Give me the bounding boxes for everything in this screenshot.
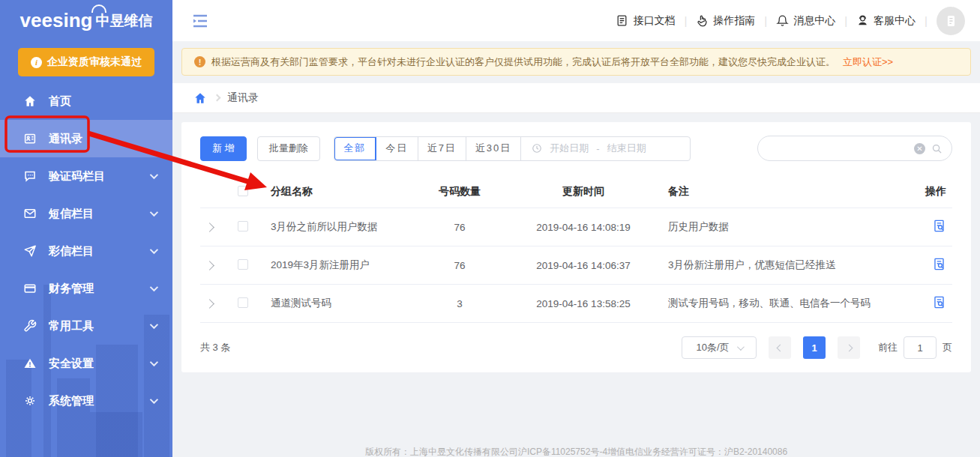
top-header: 接口文档 | 操作指南 | 消息中心 | 客服中心 |: [172, 0, 980, 41]
filter-tab-30days[interactable]: 近30日: [466, 137, 521, 160]
sidebar-menu: 首页 通讯录 验证码栏目 短信栏目: [0, 82, 172, 420]
nav-divider: |: [844, 14, 847, 27]
sidebar-item-label: 常用工具: [49, 319, 150, 333]
page-size-select[interactable]: 10条/页: [682, 336, 757, 359]
chat-bubble-icon: [22, 169, 37, 184]
sidebar-item-home[interactable]: 首页: [0, 82, 172, 120]
table-row: 2019年3月新注册用户 76 2019-04-16 14:06:37 3月份新…: [200, 246, 952, 285]
sidebar-item-tools[interactable]: 常用工具: [0, 307, 172, 345]
row-checkbox[interactable]: [238, 221, 248, 231]
breadcrumb-current: 通讯录: [227, 91, 259, 105]
collapse-menu-icon[interactable]: [191, 13, 209, 29]
select-all-checkbox[interactable]: [238, 186, 248, 196]
filter-tab-7days[interactable]: 近7日: [418, 137, 466, 160]
view-detail-icon[interactable]: [932, 262, 946, 273]
pagination-controls: 10条/页 1 前往 页: [682, 336, 952, 359]
main-area: 接口文档 | 操作指南 | 消息中心 | 客服中心 |: [172, 0, 980, 457]
total-count: 共 3 条: [200, 341, 230, 354]
number-count: 3: [415, 285, 505, 323]
filter-tab-all[interactable]: 全部: [334, 137, 376, 160]
top-nav: 接口文档 | 操作指南 | 消息中心 | 客服中心 |: [616, 7, 965, 35]
prev-page-button[interactable]: [769, 336, 791, 359]
goto-page-input[interactable]: [904, 336, 937, 359]
qualification-alert-label: 企业资质审核未通过: [47, 55, 142, 69]
page-number-1[interactable]: 1: [803, 336, 826, 359]
banner-text: 根据运营商及有关部门监管要求，平台针对未进行企业认证的客户仅提供试用功能，完成认…: [211, 55, 835, 69]
sidebar-item-sms[interactable]: 短信栏目: [0, 195, 172, 232]
filter-tab-today[interactable]: 今日: [376, 137, 418, 160]
signal-arc-icon: [91, 4, 106, 13]
expand-row-icon[interactable]: [205, 261, 214, 270]
bell-icon: [776, 14, 789, 27]
view-detail-icon[interactable]: [932, 300, 946, 312]
sidebar-item-label: 系统管理: [49, 394, 150, 408]
breadcrumb-chevron-icon: [214, 94, 221, 102]
sidebar-item-mms[interactable]: 彩信栏目: [0, 232, 172, 270]
contacts-icon: [22, 131, 37, 146]
nav-label: 消息中心: [793, 14, 835, 28]
row-checkbox[interactable]: [238, 297, 248, 308]
brand-name-cn: 中昱维信: [95, 11, 152, 31]
nav-divider: |: [684, 14, 687, 27]
avatar-building-icon: [943, 13, 958, 28]
qualification-alert-button[interactable]: i 企业资质审核未通过: [18, 48, 154, 76]
chevron-down-icon: [736, 343, 744, 351]
hand-pointer-icon: [696, 14, 709, 27]
group-name: 3月份之前所以用户数据: [271, 219, 385, 235]
sidebar-item-label: 安全设置: [49, 357, 150, 371]
api-doc-icon: [616, 14, 628, 27]
table-header-row: 分组名称 号码数量 更新时间 备注 操作: [200, 176, 952, 208]
view-detail-icon[interactable]: [932, 224, 946, 235]
footer-text: 版权所有：上海中昱文化传播有限公司沪ICP备11025752号-4增值电信业务经…: [365, 447, 787, 457]
remark: 3月份新注册用户，优惠短信已经推送: [662, 246, 911, 285]
sidebar-item-label: 通讯录: [49, 132, 156, 146]
nav-label: 操作指南: [713, 14, 755, 28]
user-avatar[interactable]: [937, 7, 965, 35]
chevron-down-icon: [150, 283, 158, 291]
sidebar-item-finance[interactable]: 财务管理: [0, 270, 172, 307]
table-row: 通道测试号码 3 2019-04-16 13:58:25 测试专用号码，移动、联…: [200, 285, 952, 323]
remark: 历史用户数据: [662, 208, 911, 246]
update-time: 2019-04-16 14:06:37: [505, 246, 662, 285]
nav-messages[interactable]: 消息中心: [776, 14, 835, 28]
chevron-down-icon: [150, 246, 158, 254]
date-separator: -: [596, 143, 599, 154]
sidebar-item-system[interactable]: 系统管理: [0, 382, 172, 420]
page-unit-label: 页: [943, 341, 952, 354]
wrench-icon: [22, 318, 37, 333]
date-start-placeholder: 开始日期: [550, 142, 589, 155]
sidebar-item-captcha[interactable]: 验证码栏目: [0, 157, 172, 195]
certify-now-link[interactable]: 立即认证>>: [843, 55, 893, 69]
breadcrumb-home-icon[interactable]: [193, 91, 207, 105]
nav-customer-service[interactable]: 客服中心: [856, 14, 916, 28]
next-page-button[interactable]: [838, 336, 860, 359]
nav-divider: |: [764, 14, 767, 27]
clear-search-icon[interactable]: ✕: [914, 143, 925, 154]
col-remark: 备注: [662, 176, 911, 208]
remark: 测试专用号码，移动、联通、电信各一个号码: [662, 285, 911, 323]
contacts-table: 分组名称 号码数量 更新时间 备注 操作 3月份之前所以用户数据 76: [200, 176, 952, 323]
brand-name-en: veesing: [20, 9, 93, 32]
date-range-picker[interactable]: 开始日期 - 结束日期: [521, 137, 690, 160]
envelope-icon: [22, 206, 37, 221]
nav-api-docs[interactable]: 接口文档: [616, 14, 675, 28]
nav-label: 客服中心: [874, 14, 916, 28]
app-window: veesing 中昱维信 i 企业资质审核未通过 首页 通讯录: [0, 0, 980, 457]
group-name: 2019年3月新注册用户: [271, 257, 385, 273]
batch-delete-button[interactable]: 批量删除: [257, 136, 320, 161]
paper-plane-icon: [22, 243, 37, 258]
nav-guide[interactable]: 操作指南: [696, 14, 755, 28]
breadcrumb: 通讯录: [172, 83, 980, 113]
add-button[interactable]: 新 增: [200, 136, 247, 161]
sidebar-item-contacts[interactable]: 通讯录: [0, 120, 172, 157]
search-icon[interactable]: [931, 143, 943, 154]
sidebar-item-security[interactable]: 安全设置: [0, 345, 172, 382]
update-time: 2019-04-16 14:08:19: [505, 208, 662, 246]
search-input[interactable]: [767, 143, 914, 154]
col-actions: 操作: [911, 176, 952, 208]
content-area: ! 根据运营商及有关部门监管要求，平台针对未进行企业认证的客户仅提供试用功能，完…: [172, 41, 980, 457]
expand-row-icon[interactable]: [205, 223, 214, 232]
expand-row-icon[interactable]: [205, 299, 214, 309]
row-checkbox[interactable]: [238, 259, 248, 270]
chevron-right-icon: [845, 344, 853, 351]
